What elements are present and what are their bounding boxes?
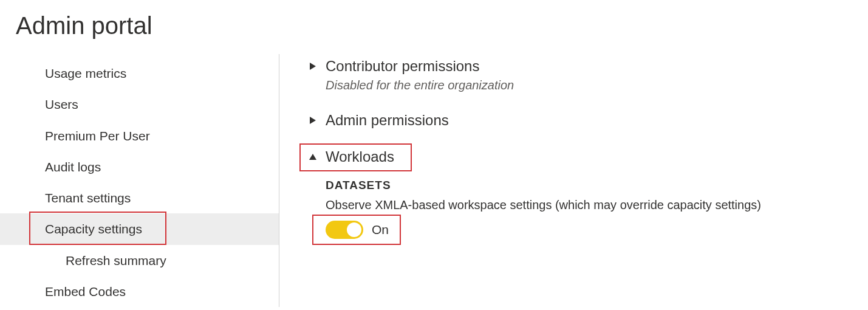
section-header-workloads[interactable]: Workloads [307,148,856,165]
toggle-row: On [326,221,856,239]
main-panel: Contributor permissions Disabled for the… [279,54,868,307]
section-title: Contributor permissions [326,58,479,75]
section-subtext: Disabled for the entire organization [326,78,856,92]
sidebar-subitem-refresh-summary[interactable]: Refresh summary [0,245,279,276]
svg-marker-1 [310,117,316,124]
svg-marker-0 [310,63,316,70]
section-admin-permissions: Admin permissions [307,112,856,129]
sidebar-item-users[interactable]: Users [0,89,279,120]
setting-description: Observe XMLA-based workspace settings (w… [326,198,856,212]
toggle-knob [347,222,361,237]
svg-marker-2 [309,154,316,160]
chevron-up-icon [307,151,318,162]
sidebar-item-usage-metrics[interactable]: Usage metrics [0,58,279,89]
section-title: Admin permissions [326,112,449,129]
workloads-content: DATASETS Observe XMLA-based workspace se… [326,179,856,239]
toggle-xmla-workspace-settings[interactable] [326,221,363,239]
chevron-right-icon [307,115,318,126]
section-contributor-permissions: Contributor permissions Disabled for the… [307,58,856,92]
section-title: Workloads [326,148,394,165]
section-header-admin-permissions[interactable]: Admin permissions [307,112,856,129]
chevron-right-icon [307,61,318,72]
section-header-contributor-permissions[interactable]: Contributor permissions [307,58,856,75]
page-title: Admin portal [0,0,868,54]
sidebar-item-premium-per-user[interactable]: Premium Per User [0,120,279,151]
sidebar-item-capacity-settings[interactable]: Capacity settings [0,213,279,244]
toggle-state-label: On [372,222,389,237]
sidebar: Usage metrics Users Premium Per User Aud… [0,54,279,307]
sidebar-item-tenant-settings[interactable]: Tenant settings [0,182,279,213]
sidebar-item-embed-codes[interactable]: Embed Codes [0,276,279,307]
subsection-label-datasets: DATASETS [326,179,856,192]
section-workloads: Workloads DATASETS Observe XMLA-based wo… [307,148,856,239]
sidebar-item-audit-logs[interactable]: Audit logs [0,151,279,182]
